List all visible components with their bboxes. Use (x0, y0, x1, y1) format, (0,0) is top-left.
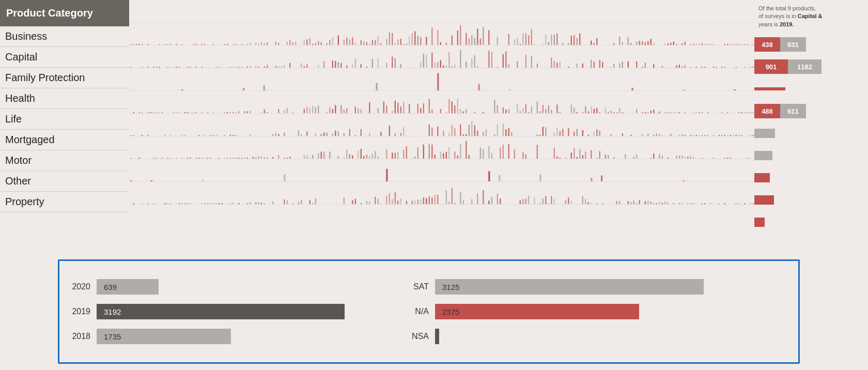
svg-rect-293 (738, 44, 739, 45)
svg-rect-495 (454, 105, 455, 113)
svg-rect-439 (193, 112, 194, 113)
svg-rect-370 (503, 54, 504, 68)
svg-rect-740 (403, 149, 404, 159)
svg-rect-858 (355, 198, 356, 204)
svg-rect-888 (471, 199, 472, 204)
stat-health: 488 611 (754, 101, 868, 121)
svg-rect-940 (719, 203, 720, 204)
svg-rect-893 (497, 193, 498, 204)
svg-rect-487 (420, 108, 421, 113)
svg-rect-590 (315, 133, 316, 136)
svg-rect-383 (582, 64, 583, 68)
category-item-mortgaged[interactable]: Mortgaged (0, 130, 129, 150)
stat-capital-right: 1162 (788, 59, 822, 74)
category-list: Business Capital Family Protection Healt… (0, 26, 129, 212)
svg-rect-908 (571, 201, 572, 204)
svg-rect-876 (423, 197, 424, 204)
svg-rect-658 (690, 135, 691, 136)
svg-rect-203 (375, 40, 376, 45)
svg-rect-210 (397, 40, 398, 45)
svg-rect-926 (656, 203, 657, 204)
svg-rect-334 (323, 61, 324, 68)
svg-rect-230 (474, 38, 475, 45)
svg-rect-242 (528, 35, 529, 45)
category-item-life[interactable]: Life (0, 109, 129, 130)
svg-rect-738 (395, 153, 396, 159)
svg-rect-673 (738, 135, 739, 136)
svg-rect-601 (369, 133, 370, 136)
svg-rect-237 (514, 40, 515, 45)
svg-rect-581 (236, 135, 237, 136)
category-item-health[interactable]: Health (0, 88, 129, 109)
svg-rect-727 (352, 156, 353, 159)
svg-rect-647 (630, 135, 631, 136)
svg-rect-406 (713, 67, 714, 68)
svg-rect-864 (380, 203, 381, 204)
svg-rect-314 (230, 67, 231, 68)
svg-rect-591 (321, 134, 322, 136)
svg-rect-545 (664, 112, 665, 113)
svg-rect-936 (693, 203, 694, 204)
svg-rect-361 (454, 65, 455, 68)
svg-rect-711 (278, 155, 279, 159)
svg-rect-185 (312, 44, 313, 45)
svg-rect-871 (406, 201, 407, 204)
svg-rect-179 (289, 40, 290, 45)
svg-rect-791 (662, 156, 663, 159)
svg-rect-797 (687, 157, 688, 159)
svg-rect-739 (397, 151, 398, 159)
svg-rect-625 (503, 124, 504, 136)
svg-rect-415 (243, 88, 244, 90)
svg-rect-701 (241, 158, 242, 159)
svg-rect-684 (176, 158, 177, 159)
svg-rect-729 (361, 149, 362, 159)
category-item-motor[interactable]: Motor (0, 150, 129, 171)
stat-property-bar (754, 218, 765, 227)
category-item-other[interactable]: Other (0, 171, 129, 192)
category-item-family-protection[interactable]: Family Protection (0, 68, 129, 88)
svg-rect-542 (650, 111, 652, 113)
svg-rect-163 (213, 44, 214, 45)
svg-rect-235 (497, 37, 498, 45)
svg-rect-410 (736, 67, 737, 68)
svg-rect-331 (304, 66, 305, 68)
svg-rect-337 (338, 62, 339, 68)
svg-rect-152 (147, 44, 148, 45)
svg-rect-430 (156, 112, 157, 113)
svg-rect-199 (363, 41, 364, 45)
svg-rect-271 (653, 43, 654, 45)
svg-rect-156 (170, 44, 171, 45)
category-item-business[interactable]: Business (0, 26, 129, 47)
svg-rect-877 (426, 198, 427, 204)
svg-rect-310 (196, 67, 197, 68)
svg-rect-182 (304, 40, 305, 45)
summary-text: Of the total 9 products,of surveys is in… (754, 3, 868, 33)
svg-rect-207 (389, 32, 390, 45)
svg-rect-511 (528, 112, 529, 113)
svg-rect-679 (153, 158, 154, 159)
svg-rect-846 (264, 203, 265, 204)
svg-rect-802 (724, 158, 725, 159)
svg-rect-851 (298, 202, 299, 204)
svg-rect-529 (596, 108, 597, 113)
category-item-property[interactable]: Property (0, 192, 129, 212)
svg-rect-181 (295, 42, 296, 45)
svg-rect-365 (474, 55, 475, 68)
svg-rect-671 (733, 135, 734, 136)
year-label-2019: 2019 (70, 307, 90, 316)
svg-rect-539 (642, 112, 643, 113)
svg-rect-312 (215, 67, 216, 68)
svg-rect-547 (670, 112, 671, 113)
svg-rect-517 (548, 105, 549, 113)
svg-rect-651 (656, 133, 657, 136)
category-item-capital[interactable]: Capital (0, 47, 129, 68)
svg-rect-754 (457, 156, 458, 159)
svg-rect-507 (517, 103, 518, 113)
svg-rect-689 (198, 158, 199, 159)
svg-rect-653 (662, 135, 663, 136)
right-panel: Of the total 9 products,of surveys is in… (754, 0, 868, 253)
svg-rect-874 (417, 199, 419, 204)
svg-rect-764 (508, 144, 509, 159)
svg-rect-320 (250, 66, 251, 68)
svg-rect-259 (596, 38, 597, 45)
